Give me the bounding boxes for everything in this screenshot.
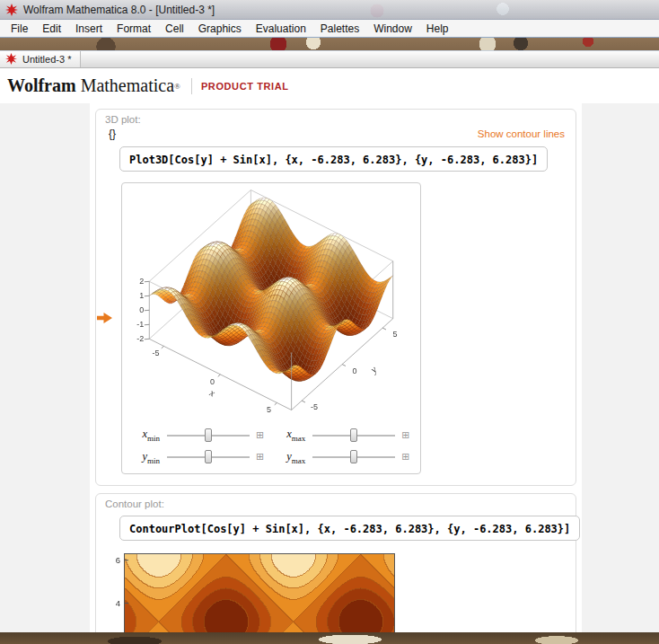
plot3d-section-label: 3D plot: xyxy=(105,114,567,125)
menu-item-graphics[interactable]: Graphics xyxy=(191,21,249,37)
desktop-below-window xyxy=(0,632,659,644)
slider-y-min-label: ymin xyxy=(133,450,160,465)
logo-divider xyxy=(191,78,192,94)
menu-item-palettes[interactable]: Palettes xyxy=(313,21,366,37)
slider-x-max-label: xmax xyxy=(278,428,305,443)
slider-x-min-label: xmin xyxy=(133,428,160,443)
contour-code: ContourPlot[Cos[y] + Sin[x], {x, -6.283,… xyxy=(129,523,570,535)
menu-item-edit[interactable]: Edit xyxy=(35,21,68,37)
slider-y-max-expander[interactable]: ⊞ xyxy=(401,452,409,462)
plot3d-code: Plot3D[Cos[y] + Sin[x], {x, -6.283, 6.28… xyxy=(129,154,538,166)
menu-item-insert[interactable]: Insert xyxy=(68,21,110,37)
slider-x-max: xmax ⊞ xyxy=(278,428,409,443)
plot3d-output-frame: xmin ⊞ xmax ⊞ ym xyxy=(121,182,421,474)
product-trial-badge: PRODUCT TRIAL xyxy=(201,81,289,92)
manipulate-controls: xmin ⊞ xmax ⊞ ym xyxy=(122,428,420,464)
menu-item-file[interactable]: File xyxy=(4,21,35,37)
window-title: Wolfram Mathematica 8.0 - [Untitled-3 *] xyxy=(23,4,215,16)
notebook-page: 3D plot: {} Show contour lines Plot3D[Co… xyxy=(90,103,582,644)
slider-y-min-thumb[interactable] xyxy=(205,450,212,463)
menu-item-help[interactable]: Help xyxy=(419,21,456,37)
slider-y-max-thumb[interactable] xyxy=(350,450,357,463)
mathematica-doc-icon xyxy=(5,53,18,66)
contour-code-cell[interactable]: ContourPlot[Cos[y] + Sin[x], {x, -6.283,… xyxy=(119,516,580,541)
notebook-area: 3D plot: {} Show contour lines Plot3D[Co… xyxy=(0,103,659,644)
slider-x-min-expander[interactable]: ⊞ xyxy=(256,430,264,440)
mathematica-app-icon xyxy=(5,4,18,16)
menu-item-evaluation[interactable]: Evaluation xyxy=(249,21,313,37)
cell-insertion-arrow xyxy=(97,311,112,322)
slider-x-max-expander[interactable]: ⊞ xyxy=(401,430,409,440)
document-header: Wolfram Mathematica ® PRODUCT TRIAL xyxy=(0,68,659,103)
empty-output-braces: {} xyxy=(109,128,116,140)
plot3d-section: 3D plot: {} Show contour lines Plot3D[Co… xyxy=(95,109,576,486)
wolfram-logo-text: Wolfram xyxy=(7,75,76,96)
slider-x-max-track[interactable] xyxy=(312,428,395,442)
slider-y-max-label: ymax xyxy=(278,450,305,465)
tab-untitled-3[interactable]: Untitled-3 * xyxy=(0,51,81,67)
mathematica-logo-text: Mathematica xyxy=(81,75,174,96)
menu-item-cell[interactable]: Cell xyxy=(158,21,191,37)
tab-label: Untitled-3 * xyxy=(22,54,71,65)
slider-y-min-expander[interactable]: ⊞ xyxy=(256,452,264,462)
plot3d-canvas[interactable] xyxy=(122,189,420,420)
document-tab-bar: Untitled-3 * xyxy=(0,50,659,68)
menu-item-format[interactable]: Format xyxy=(110,21,158,37)
plot3d-code-cell[interactable]: Plot3D[Cos[y] + Sin[x], {x, -6.283, 6.28… xyxy=(119,146,548,172)
slider-sub: min xyxy=(147,455,160,464)
slider-y-min: ymin ⊞ xyxy=(133,450,264,465)
slider-sub: min xyxy=(147,434,160,443)
contour-canvas[interactable] xyxy=(107,550,396,644)
registered-mark: ® xyxy=(174,82,180,91)
wallpaper-gap xyxy=(0,38,659,50)
show-contour-lines-link[interactable]: Show contour lines xyxy=(478,128,565,139)
window-titlebar[interactable]: Wolfram Mathematica 8.0 - [Untitled-3 *] xyxy=(0,0,659,20)
menu-bar: FileEditInsertFormatCellGraphicsEvaluati… xyxy=(0,20,659,38)
slider-x-min: xmin ⊞ xyxy=(133,428,264,443)
slider-sub: max xyxy=(292,434,306,443)
contour-section-label: Contour plot: xyxy=(105,498,567,509)
slider-x-min-track[interactable] xyxy=(167,428,250,442)
slider-y-min-track[interactable] xyxy=(167,450,250,463)
menu-item-window[interactable]: Window xyxy=(366,21,419,37)
contour-section: Contour plot: ContourPlot[Cos[y] + Sin[x… xyxy=(95,493,576,644)
mathematica-window: Wolfram Mathematica 8.0 - [Untitled-3 *]… xyxy=(0,0,659,644)
slider-x-max-thumb[interactable] xyxy=(350,428,357,442)
slider-y-max-track[interactable] xyxy=(312,450,395,463)
slider-y-max: ymax ⊞ xyxy=(278,450,409,465)
slider-x-min-thumb[interactable] xyxy=(205,428,212,442)
slider-sub: max xyxy=(292,455,306,464)
